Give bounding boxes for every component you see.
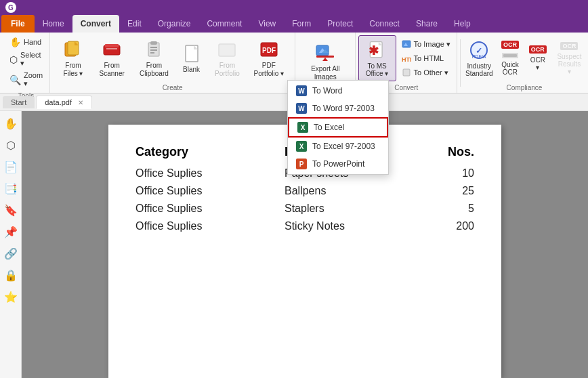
tab-view[interactable]: View bbox=[250, 15, 284, 33]
to-ms-office-btn[interactable]: ✱ To MSOffice ▾ bbox=[358, 35, 396, 81]
pdf-portfolio-btn[interactable]: PDF PDF Portfolio ▾ bbox=[248, 35, 289, 81]
tab-help[interactable]: Help bbox=[446, 15, 479, 33]
excel-97-icon: X bbox=[296, 141, 307, 152]
word-icon: W bbox=[296, 85, 307, 96]
compliance-group: ✓ PDF/A IndustryStandard OCR QuickOCR OC… bbox=[463, 33, 585, 93]
compliance-group-label: Compliance bbox=[507, 81, 543, 91]
svg-text:HTML: HTML bbox=[402, 56, 411, 63]
tab-share[interactable]: Share bbox=[408, 15, 446, 33]
table-row: Office Suplies Ballpens 25 bbox=[135, 185, 474, 197]
row2-category: Office Suplies bbox=[135, 185, 285, 197]
table-row: Office Suplies Sticky Notes 200 bbox=[135, 220, 474, 232]
sidebar-bookmark-icon[interactable]: 🔖 bbox=[3, 202, 19, 218]
to-image-btn[interactable]: To Image ▾ bbox=[398, 37, 455, 51]
tab-convert[interactable]: Convert bbox=[72, 15, 119, 33]
svg-rect-24 bbox=[403, 69, 410, 76]
ribbon-tabs-bar: File Home Convert Edit Organize Comment … bbox=[0, 15, 588, 33]
svg-rect-11 bbox=[219, 44, 235, 56]
tab-organize[interactable]: Organize bbox=[150, 15, 199, 33]
row3-category: Office Suplies bbox=[135, 203, 285, 215]
industry-label: IndustryStandard bbox=[465, 62, 493, 77]
sidebar-attach-icon[interactable]: 📌 bbox=[3, 224, 19, 240]
suspect-results-btn[interactable]: OCR SuspectResults ▾ bbox=[553, 35, 587, 81]
separator-1 bbox=[460, 39, 461, 87]
hand-icon: ✋ bbox=[9, 37, 21, 47]
quick-ocr-btn[interactable]: OCR QuickOCR bbox=[497, 35, 523, 81]
hand-tool[interactable]: ✋ Hand bbox=[7, 35, 44, 49]
sidebar-link-icon[interactable]: 🔗 bbox=[3, 245, 19, 261]
start-tab[interactable]: Start bbox=[3, 96, 35, 108]
select-icon: ⬡ bbox=[9, 54, 18, 65]
zoom-tool[interactable]: 🔍 Zoom ▾ bbox=[7, 70, 45, 89]
row2-nos: 25 bbox=[420, 185, 474, 197]
blank-btn[interactable]: Blank bbox=[177, 35, 207, 81]
row1-category: Office Suplies bbox=[135, 167, 285, 180]
svg-rect-6 bbox=[150, 41, 157, 45]
app-icon: G bbox=[5, 2, 16, 13]
tab-comment[interactable]: Comment bbox=[198, 15, 250, 33]
from-portfolio-icon bbox=[216, 39, 238, 60]
from-portfolio-btn: From Portfolio bbox=[208, 35, 247, 81]
data-pdf-tab[interactable]: data.pdf ✕ bbox=[36, 96, 92, 109]
sidebar-pointer-icon[interactable]: ⬡ bbox=[3, 137, 19, 153]
word-97-icon: W bbox=[296, 103, 307, 114]
export-all-images-btn[interactable]: Export All Images bbox=[301, 39, 350, 85]
tab-edit[interactable]: Edit bbox=[119, 15, 150, 33]
svg-rect-4 bbox=[106, 48, 117, 49]
to-excel-item[interactable]: X To Excel bbox=[288, 117, 388, 138]
svg-rect-29 bbox=[503, 54, 517, 57]
excel-icon: X bbox=[297, 122, 308, 133]
quick-ocr-icon: OCR bbox=[501, 41, 519, 49]
svg-rect-3 bbox=[105, 44, 119, 47]
row3-item: Staplers bbox=[285, 203, 420, 215]
svg-rect-17 bbox=[316, 56, 334, 58]
row4-nos: 200 bbox=[420, 220, 474, 232]
ppt-icon: P bbox=[296, 159, 307, 169]
to-html-btn[interactable]: HTML To HTML bbox=[398, 51, 455, 65]
to-word-97-item[interactable]: W To Word 97-2003 bbox=[288, 100, 388, 117]
svg-text:PDF/A: PDF/A bbox=[472, 54, 486, 59]
sidebar-page-icon[interactable]: 📄 bbox=[3, 159, 19, 175]
svg-marker-18 bbox=[322, 58, 328, 61]
tools-group: ✋ Hand ⬡ Select ▾ 🔍 Zoom ▾ Tools bbox=[3, 33, 50, 93]
header-category: Category bbox=[135, 145, 285, 159]
left-sidebar: ✋ ⬡ 📄 📑 🔖 📌 🔗 🔒 ⭐ bbox=[0, 111, 22, 378]
from-files-icon bbox=[62, 39, 84, 60]
svg-rect-1 bbox=[68, 41, 79, 55]
to-excel-97-item[interactable]: X To Excel 97-2003 bbox=[288, 138, 388, 155]
tab-form[interactable]: Form bbox=[284, 15, 319, 33]
ocr-label: OCR ▾ bbox=[528, 56, 547, 71]
title-bar: G bbox=[0, 0, 588, 15]
to-other-btn[interactable]: To Other ▾ bbox=[398, 66, 455, 79]
sidebar-star-icon[interactable]: ⭐ bbox=[3, 289, 19, 305]
industry-standard-btn[interactable]: ✓ PDF/A IndustryStandard bbox=[463, 35, 496, 81]
select-tool[interactable]: ⬡ Select ▾ bbox=[7, 49, 45, 69]
from-files-btn[interactable]: From Files ▾ bbox=[56, 35, 91, 81]
sidebar-hand-icon[interactable]: ✋ bbox=[3, 115, 19, 131]
row4-item: Sticky Notes bbox=[285, 220, 420, 232]
zoom-icon: 🔍 bbox=[9, 75, 21, 85]
from-scanner-btn[interactable]: From Scanner bbox=[92, 35, 131, 81]
quick-ocr-label: QuickOCR bbox=[501, 61, 519, 76]
tab-protect[interactable]: Protect bbox=[319, 15, 361, 33]
sidebar-lock-icon[interactable]: 🔒 bbox=[3, 267, 19, 283]
close-tab-icon[interactable]: ✕ bbox=[78, 99, 83, 106]
suspect-ocr-icon: OCR bbox=[560, 42, 578, 50]
ocr-btn[interactable]: OCR OCR ▾ bbox=[524, 35, 551, 81]
from-scanner-icon bbox=[101, 39, 123, 60]
svg-text:PDF: PDF bbox=[262, 47, 276, 54]
export-images-icon bbox=[314, 42, 336, 64]
blank-icon bbox=[181, 43, 203, 64]
ms-office-dropdown: W To Word W To Word 97-2003 X To Excel X… bbox=[287, 80, 389, 175]
from-clipboard-btn[interactable]: From Clipboard bbox=[133, 35, 175, 81]
header-nos: Nos. bbox=[420, 145, 474, 159]
to-powerpoint-item[interactable]: P To PowerPoint bbox=[288, 155, 388, 173]
table-row: Office Suplies Staplers 5 bbox=[135, 203, 474, 215]
to-word-item[interactable]: W To Word bbox=[288, 82, 388, 100]
sidebar-layers-icon[interactable]: 📑 bbox=[3, 180, 19, 196]
tab-file[interactable]: File bbox=[1, 15, 35, 33]
tab-connect[interactable]: Connect bbox=[361, 15, 408, 33]
row4-category: Office Suplies bbox=[135, 220, 285, 232]
suspect-label: SuspectResults ▾ bbox=[557, 53, 583, 75]
tab-home[interactable]: Home bbox=[35, 15, 72, 33]
